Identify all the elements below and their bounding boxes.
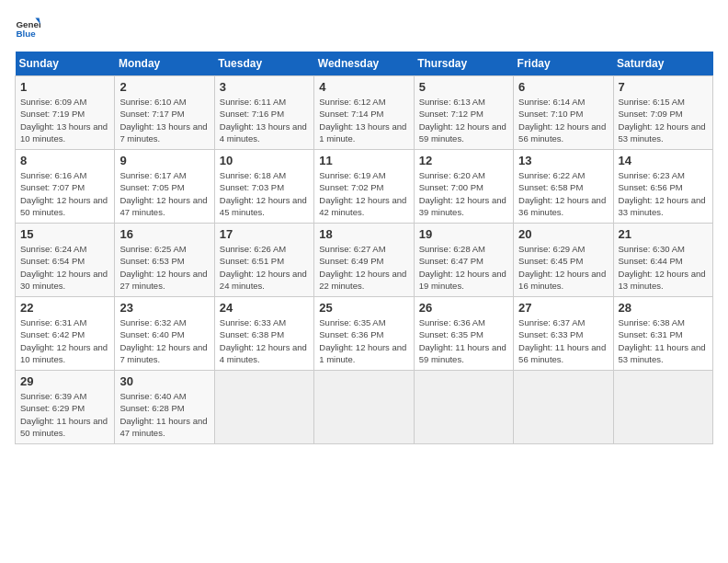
day-content: Sunrise: 6:29 AMSunset: 6:45 PMDaylight:… bbox=[518, 243, 608, 292]
calendar-cell: 25Sunrise: 6:35 AMSunset: 6:36 PMDayligh… bbox=[314, 297, 414, 371]
day-number: 14 bbox=[619, 154, 708, 167]
calendar-cell: 7Sunrise: 6:15 AMSunset: 7:09 PMDaylight… bbox=[613, 76, 712, 150]
day-content: Sunrise: 6:40 AMSunset: 6:28 PMDaylight:… bbox=[119, 390, 209, 439]
calendar-cell: 21Sunrise: 6:30 AMSunset: 6:44 PMDayligh… bbox=[613, 224, 712, 297]
day-number: 25 bbox=[319, 301, 408, 315]
day-number: 7 bbox=[619, 80, 708, 94]
calendar-cell: 26Sunrise: 6:36 AMSunset: 6:35 PMDayligh… bbox=[414, 297, 513, 371]
calendar-cell: 23Sunrise: 6:32 AMSunset: 6:40 PMDayligh… bbox=[115, 297, 214, 371]
weekday-header-thursday: Thursday bbox=[414, 52, 513, 76]
day-number: 6 bbox=[518, 80, 608, 94]
day-number: 11 bbox=[319, 154, 408, 167]
calendar-cell: 20Sunrise: 6:29 AMSunset: 6:45 PMDayligh… bbox=[514, 224, 613, 297]
calendar-cell: 15Sunrise: 6:24 AMSunset: 6:54 PMDayligh… bbox=[16, 224, 115, 297]
day-content: Sunrise: 6:23 AMSunset: 6:56 PMDaylight:… bbox=[619, 169, 708, 218]
calendar-table: SundayMondayTuesdayWednesdayThursdayFrid… bbox=[15, 52, 713, 444]
calendar-body: 1Sunrise: 6:09 AMSunset: 7:19 PMDaylight… bbox=[16, 76, 713, 444]
calendar-cell: 19Sunrise: 6:28 AMSunset: 6:47 PMDayligh… bbox=[414, 224, 513, 297]
logo: General Blue bbox=[15, 15, 44, 40]
day-content: Sunrise: 6:13 AMSunset: 7:12 PMDaylight:… bbox=[419, 96, 508, 144]
day-content: Sunrise: 6:30 AMSunset: 6:44 PMDaylight:… bbox=[619, 243, 708, 292]
calendar-cell bbox=[613, 371, 712, 444]
week-row-3: 15Sunrise: 6:24 AMSunset: 6:54 PMDayligh… bbox=[16, 224, 713, 297]
day-content: Sunrise: 6:16 AMSunset: 7:07 PMDaylight:… bbox=[20, 169, 109, 218]
weekday-header-wednesday: Wednesday bbox=[314, 52, 414, 76]
calendar-cell: 24Sunrise: 6:33 AMSunset: 6:38 PMDayligh… bbox=[214, 297, 313, 371]
day-number: 9 bbox=[119, 154, 209, 167]
calendar-cell: 2Sunrise: 6:10 AMSunset: 7:17 PMDaylight… bbox=[115, 76, 214, 150]
calendar-cell: 8Sunrise: 6:16 AMSunset: 7:07 PMDaylight… bbox=[16, 150, 115, 224]
calendar-cell: 13Sunrise: 6:22 AMSunset: 6:58 PMDayligh… bbox=[514, 150, 613, 224]
calendar-cell: 22Sunrise: 6:31 AMSunset: 6:42 PMDayligh… bbox=[16, 297, 115, 371]
day-content: Sunrise: 6:36 AMSunset: 6:35 PMDaylight:… bbox=[419, 316, 508, 365]
svg-text:Blue: Blue bbox=[16, 29, 36, 39]
calendar-cell: 18Sunrise: 6:27 AMSunset: 6:49 PMDayligh… bbox=[314, 224, 414, 297]
day-content: Sunrise: 6:31 AMSunset: 6:42 PMDaylight:… bbox=[20, 316, 109, 365]
day-content: Sunrise: 6:19 AMSunset: 7:02 PMDaylight:… bbox=[319, 169, 408, 218]
day-number: 3 bbox=[220, 80, 309, 94]
calendar-cell: 30Sunrise: 6:40 AMSunset: 6:28 PMDayligh… bbox=[115, 371, 214, 444]
day-content: Sunrise: 6:14 AMSunset: 7:10 PMDaylight:… bbox=[518, 96, 608, 144]
day-number: 27 bbox=[518, 301, 608, 315]
day-content: Sunrise: 6:32 AMSunset: 6:40 PMDaylight:… bbox=[119, 316, 209, 365]
day-number: 26 bbox=[419, 301, 508, 315]
week-row-1: 1Sunrise: 6:09 AMSunset: 7:19 PMDaylight… bbox=[16, 76, 713, 150]
day-number: 13 bbox=[518, 154, 608, 167]
calendar-cell: 9Sunrise: 6:17 AMSunset: 7:05 PMDaylight… bbox=[115, 150, 214, 224]
day-content: Sunrise: 6:10 AMSunset: 7:17 PMDaylight:… bbox=[119, 96, 209, 144]
calendar-cell: 14Sunrise: 6:23 AMSunset: 6:56 PMDayligh… bbox=[613, 150, 712, 224]
calendar-cell: 10Sunrise: 6:18 AMSunset: 7:03 PMDayligh… bbox=[214, 150, 313, 224]
calendar-cell: 4Sunrise: 6:12 AMSunset: 7:14 PMDaylight… bbox=[314, 76, 414, 150]
day-content: Sunrise: 6:22 AMSunset: 6:58 PMDaylight:… bbox=[518, 169, 608, 218]
weekday-header-tuesday: Tuesday bbox=[214, 52, 313, 76]
calendar-cell: 27Sunrise: 6:37 AMSunset: 6:33 PMDayligh… bbox=[514, 297, 613, 371]
logo-icon: General Blue bbox=[15, 15, 40, 40]
day-content: Sunrise: 6:20 AMSunset: 7:00 PMDaylight:… bbox=[419, 169, 508, 218]
day-content: Sunrise: 6:28 AMSunset: 6:47 PMDaylight:… bbox=[419, 243, 508, 292]
calendar-cell: 3Sunrise: 6:11 AMSunset: 7:16 PMDaylight… bbox=[214, 76, 313, 150]
day-number: 29 bbox=[20, 374, 109, 388]
day-number: 30 bbox=[119, 374, 209, 388]
day-number: 4 bbox=[319, 80, 408, 94]
day-number: 22 bbox=[20, 301, 109, 315]
day-content: Sunrise: 6:38 AMSunset: 6:31 PMDaylight:… bbox=[619, 316, 708, 365]
calendar-cell: 6Sunrise: 6:14 AMSunset: 7:10 PMDaylight… bbox=[514, 76, 613, 150]
day-content: Sunrise: 6:17 AMSunset: 7:05 PMDaylight:… bbox=[119, 169, 209, 218]
calendar-cell: 1Sunrise: 6:09 AMSunset: 7:19 PMDaylight… bbox=[16, 76, 115, 150]
weekday-header-friday: Friday bbox=[514, 52, 613, 76]
day-content: Sunrise: 6:18 AMSunset: 7:03 PMDaylight:… bbox=[220, 169, 309, 218]
week-row-5: 29Sunrise: 6:39 AMSunset: 6:29 PMDayligh… bbox=[16, 371, 713, 444]
calendar-cell: 16Sunrise: 6:25 AMSunset: 6:53 PMDayligh… bbox=[115, 224, 214, 297]
day-number: 10 bbox=[220, 154, 309, 167]
calendar-cell: 11Sunrise: 6:19 AMSunset: 7:02 PMDayligh… bbox=[314, 150, 414, 224]
day-number: 20 bbox=[518, 227, 608, 241]
week-row-4: 22Sunrise: 6:31 AMSunset: 6:42 PMDayligh… bbox=[16, 297, 713, 371]
day-content: Sunrise: 6:12 AMSunset: 7:14 PMDaylight:… bbox=[319, 96, 408, 144]
calendar-cell: 12Sunrise: 6:20 AMSunset: 7:00 PMDayligh… bbox=[414, 150, 513, 224]
calendar-cell bbox=[414, 371, 513, 444]
day-content: Sunrise: 6:11 AMSunset: 7:16 PMDaylight:… bbox=[220, 96, 309, 144]
day-content: Sunrise: 6:33 AMSunset: 6:38 PMDaylight:… bbox=[220, 316, 309, 365]
day-content: Sunrise: 6:35 AMSunset: 6:36 PMDaylight:… bbox=[319, 316, 408, 365]
day-number: 5 bbox=[419, 80, 508, 94]
day-content: Sunrise: 6:25 AMSunset: 6:53 PMDaylight:… bbox=[119, 243, 209, 292]
calendar-cell: 5Sunrise: 6:13 AMSunset: 7:12 PMDaylight… bbox=[414, 76, 513, 150]
day-number: 15 bbox=[20, 227, 109, 241]
day-number: 12 bbox=[419, 154, 508, 167]
weekday-header-monday: Monday bbox=[115, 52, 214, 76]
day-content: Sunrise: 6:09 AMSunset: 7:19 PMDaylight:… bbox=[20, 96, 109, 144]
day-number: 18 bbox=[319, 227, 408, 241]
header: General Blue bbox=[15, 15, 713, 40]
calendar-cell bbox=[214, 371, 313, 444]
weekday-header-row: SundayMondayTuesdayWednesdayThursdayFrid… bbox=[16, 52, 713, 76]
day-content: Sunrise: 6:27 AMSunset: 6:49 PMDaylight:… bbox=[319, 243, 408, 292]
calendar-cell bbox=[514, 371, 613, 444]
calendar-cell: 29Sunrise: 6:39 AMSunset: 6:29 PMDayligh… bbox=[16, 371, 115, 444]
day-number: 21 bbox=[619, 227, 708, 241]
weekday-header-sunday: Sunday bbox=[16, 52, 115, 76]
day-number: 24 bbox=[220, 301, 309, 315]
day-number: 28 bbox=[619, 301, 708, 315]
day-number: 19 bbox=[419, 227, 508, 241]
day-number: 8 bbox=[20, 154, 109, 167]
calendar-cell bbox=[314, 371, 414, 444]
